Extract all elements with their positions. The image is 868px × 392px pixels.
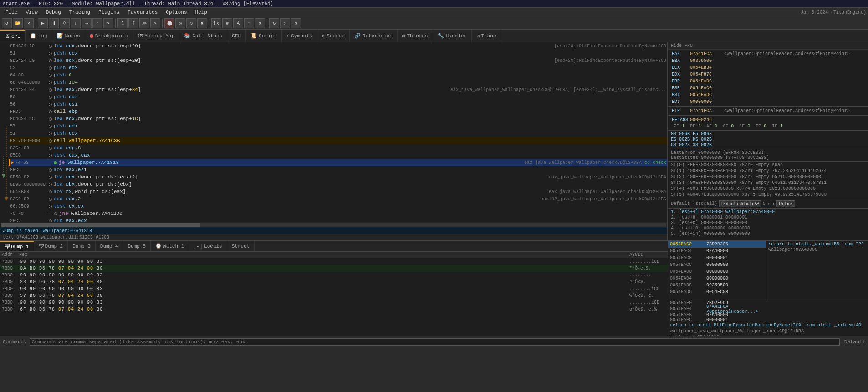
trace-over-button[interactable]: ⤴ — [128, 18, 138, 28]
disasm-row[interactable]: 8D4424 34 lea eax,dword ptr ss:[esp+34] … — [9, 86, 667, 93]
stack-row[interactable]: 0054EAD4 00000000 — [668, 275, 766, 282]
disasm-row[interactable]: E8 7D090000 call wallpaper.7A41C3B — [9, 137, 667, 144]
hash-button[interactable]: # — [222, 18, 232, 28]
disasm-row[interactable]: 8D9B 00000000 lea ebx,dword ptr ds:[ebx] — [9, 181, 667, 188]
disasm-row[interactable]: 66:8B08 mov cx,word ptr ds:[eax] eax_jav… — [9, 188, 667, 195]
tab-dump5[interactable]: Dump 5 — [123, 241, 151, 251]
disasm-row[interactable]: 57 push edi — [9, 122, 667, 130]
close-button[interactable]: ✕ — [24, 18, 34, 28]
run-to-call-button[interactable]: ↷ — [103, 18, 113, 28]
calling-conv-select[interactable]: Default (stdcall) — [719, 200, 761, 207]
stack-entry-3[interactable]: 3. [esp+C] 00000000 00000000 — [671, 220, 865, 225]
stack-row[interactable]: 0054EAC8 00000001 — [668, 255, 766, 261]
disasm-row[interactable]: 85C0 test eax,eax — [9, 152, 667, 159]
unlock-button[interactable]: Unlock — [776, 200, 795, 207]
disasm-row[interactable]: 51 push ecx — [9, 50, 667, 57]
run-trace-button[interactable]: ▷ — [280, 18, 290, 28]
cond-bp-button[interactable]: ◎ — [175, 18, 185, 28]
disasm-row[interactable]: 51 push ecx — [9, 130, 667, 137]
asm-button[interactable]: ≡ — [244, 18, 254, 28]
reg-esi[interactable]: ESI 0054EADC — [671, 92, 865, 98]
disasm-row[interactable]: FFD5 call ebp — [9, 108, 667, 115]
stack-row[interactable]: 0054EAE8 07A40000 — [668, 312, 868, 317]
tab-dump1[interactable]: 🖦 Dump 1 — [0, 241, 34, 251]
anim-over-button[interactable]: ⊳ — [150, 18, 160, 28]
disasm-row[interactable]: 8D5424 20 lea edx,dword ptr ss:[esp+20] … — [9, 57, 667, 64]
disasm-row[interactable]: 66:85C9 test cx,cx — [9, 203, 667, 210]
stack-row[interactable]: 0054EADC 0054EC08 — [668, 289, 766, 295]
disasm-row-current[interactable]: ▶ 74 53 je wallpaper.7A41318 eax_java_wa… — [9, 159, 667, 166]
reg-edx[interactable]: EDX 0054F87C — [671, 71, 865, 78]
tab-dump3[interactable]: Dump 3 — [68, 241, 96, 251]
stack-entry-4[interactable]: 4. [esp+10] 00000000 00000000 — [671, 226, 865, 231]
run-button[interactable]: ▶ — [38, 18, 48, 28]
settings-button[interactable]: ⚙ — [291, 18, 301, 28]
disasm-row[interactable]: 8D4C24 20 lea ecx,dword ptr ss:[esp+20] … — [9, 42, 667, 50]
reg-eax[interactable]: EAX 07A41FCA <wallpaper:OptionalHeader.A… — [671, 51, 865, 57]
pause-button[interactable]: ⏸ — [49, 18, 59, 28]
stack-row[interactable]: 0054EACC 00000000 — [668, 261, 766, 268]
disasm-row[interactable]: 8D50 02 lea edx,dword ptr ds:[eax+2] eax… — [9, 173, 667, 181]
disasm-row[interactable]: 6A 00 push 0 — [9, 71, 667, 79]
refresh-button[interactable]: ↻ — [269, 18, 279, 28]
dump-row[interactable]: 7BD0 90 90 90 90 90 90 90 90 83 ........… — [0, 258, 668, 265]
tab-breakpoints[interactable]: Breakpoints — [85, 30, 133, 42]
trace-into-button[interactable]: ⤵ — [117, 18, 128, 28]
stack-lower[interactable]: 0054EAE0 7BD2F9D9 0054EAE4 07A41FCA <Opt… — [668, 300, 868, 336]
reg-ecx[interactable]: ECX 0054EB34 — [671, 64, 865, 71]
restart-button[interactable]: ↺ — [2, 18, 12, 28]
step-out-button[interactable]: ↑ — [92, 18, 102, 28]
reg-eflags[interactable]: EFLAGS 00000246 — [671, 117, 865, 123]
step-over-button[interactable]: → — [82, 18, 92, 28]
menu-view[interactable]: View — [22, 9, 41, 16]
dump-row[interactable]: 7BD0 6F B0 D6 78 07 04 24 00 B0 o°Öx$. c… — [0, 306, 668, 313]
tab-struct[interactable]: Struct — [227, 241, 255, 251]
disasm-scroll[interactable]: 8D4C24 20 lea ecx,dword ptr ss:[esp+20] … — [0, 42, 667, 222]
patch-button[interactable]: ⚙ — [255, 18, 265, 28]
step-into-button[interactable]: ↓ — [71, 18, 81, 28]
stack-entry-5[interactable]: 5. [esp+14] 00000000 00000000 — [671, 231, 865, 236]
remove-bp-button[interactable]: ✘ — [197, 18, 207, 28]
tab-notes[interactable]: 📝 Notes — [52, 30, 85, 42]
anim-into-button[interactable]: ≫ — [139, 18, 149, 28]
stack-row[interactable]: 0054EAE4 07A41FCA <OptionalHeader...> — [668, 305, 868, 312]
restart2-button[interactable]: ⟳ — [60, 18, 70, 28]
tab-trace[interactable]: ◁ Trace — [472, 30, 501, 42]
disasm-row[interactable]: 52 push edx — [9, 64, 667, 71]
dump-row[interactable]: 7BD0 57 B0 D6 78 07 04 24 00 B0 W°Öx$. c… — [0, 292, 668, 299]
disasm-row[interactable]: 50 push eax — [9, 93, 667, 101]
dump-row[interactable]: 7BD0 23 B0 D6 78 07 04 24 00 B0 #°Öx$. — [0, 279, 668, 285]
stack-row[interactable]: 0054EAC4 07A40000 — [668, 248, 766, 255]
dump-row[interactable]: 7BD0 90 90 90 90 90 90 90 90 83 ........… — [0, 285, 668, 292]
stack-entry-2[interactable]: 2. [esp+8] 00000001 00000001 — [671, 215, 865, 220]
memory-values[interactable]: 0054EAC0 7BD2B396 0054EAC4 07A40000 0054… — [668, 241, 766, 300]
breakpoint-button[interactable]: ⬤ — [164, 18, 174, 28]
disasm-row[interactable]: 75 F5 - jne wallpaper.7A412D0 — [9, 210, 667, 217]
menu-file[interactable]: File — [2, 9, 21, 16]
command-input[interactable] — [30, 338, 840, 346]
stack-row[interactable]: 0054EAD0 00000000 — [668, 268, 766, 275]
stack-row[interactable]: 0054EAD8 00359500 — [668, 282, 766, 289]
tab-dump2[interactable]: 🖦 Dump 2 — [34, 241, 68, 251]
reg-ebp[interactable]: EBP 0054EADC — [671, 78, 865, 85]
disasm-row[interactable]: 83C4 08 add esp,8 — [9, 144, 667, 152]
disasm-row[interactable]: 8BC6 mov eax,esi — [9, 166, 667, 173]
reg-edi[interactable]: EDI 00000000 — [671, 98, 865, 105]
tab-source[interactable]: ◇ Source — [317, 30, 350, 42]
dump-row[interactable]: 7BD0 0A B0 D6 78 07 04 24 00 B0 *°Ö·c.$. — [0, 265, 668, 272]
dump-content[interactable]: 7BD0 90 90 90 90 90 90 90 90 83 ........… — [0, 258, 668, 336]
menu-favourites[interactable]: Favourites — [124, 9, 161, 16]
tab-references[interactable]: 🔗 References — [350, 30, 398, 42]
reg-eip[interactable]: EIP 07A41FCA <wallpaper:OptionalHeader.A… — [671, 107, 865, 114]
disasm-row[interactable]: 8D4C24 1C lea ecx,dword ptr ss:[esp+1C] — [9, 115, 667, 122]
stack-entry-1[interactable]: 1. [esp+4] 07A40000 wallpaper:07A40000 — [671, 209, 865, 214]
tab-call-stack[interactable]: 📚 Call Stack — [179, 30, 227, 42]
register-scroll[interactable]: EAX 07A41FCA <wallpaper:OptionalHeader.A… — [668, 50, 868, 240]
tab-cpu[interactable]: 🖥 CPU — [0, 30, 26, 42]
tab-handles[interactable]: 🔧 Handles — [433, 30, 472, 42]
tab-dump4[interactable]: Dump 4 — [96, 241, 123, 251]
hardware-bp-button[interactable]: ⊕ — [186, 18, 196, 28]
disasm-row[interactable]: 68 04010000 push 104 — [9, 79, 667, 86]
expression-button[interactable]: fx — [211, 18, 221, 28]
tab-watch[interactable]: ⌚ Watch 1 — [151, 241, 189, 251]
